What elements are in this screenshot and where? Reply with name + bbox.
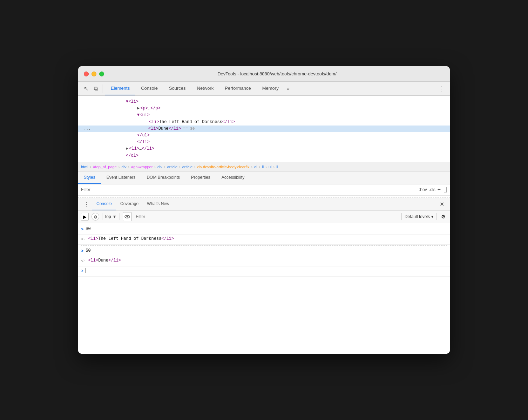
devtools-tab-list: Elements Console Sources Network Perform… bbox=[105, 82, 292, 95]
console-block-button[interactable]: ⊘ bbox=[92, 213, 99, 221]
console-levels-label: Default levels bbox=[405, 214, 430, 219]
console-context-label: top bbox=[105, 214, 111, 219]
tab-performance[interactable]: Performance bbox=[219, 82, 256, 95]
breadcrumb-li1[interactable]: li bbox=[262, 165, 264, 169]
tab-dom-breakpoints[interactable]: DOM Breakpoints bbox=[141, 172, 185, 184]
tab-accessibility[interactable]: Accessibility bbox=[216, 172, 250, 184]
console-output-arrow: <· bbox=[81, 236, 86, 244]
console-text: <li>The Left Hand of Darkness</li> bbox=[88, 235, 447, 243]
tab-event-listeners[interactable]: Event Listeners bbox=[101, 172, 141, 184]
breadcrumb-div1[interactable]: div bbox=[121, 165, 126, 169]
toolbar-divider4 bbox=[436, 213, 436, 220]
cursor-icon[interactable]: ↖ bbox=[81, 84, 91, 93]
tab-properties[interactable]: Properties bbox=[185, 172, 216, 184]
console-input-arrow: > bbox=[81, 226, 83, 234]
toolbar-divider bbox=[102, 213, 102, 220]
dom-line[interactable]: </ol> bbox=[78, 153, 450, 159]
styles-filter-row: :hov .cls + bbox=[78, 184, 450, 196]
tag-bracket: ▼ bbox=[126, 99, 128, 105]
bottom-drawer: ⋮ Console Coverage What's New ✕ ▶ ⊘ top … bbox=[78, 198, 450, 306]
console-output-arrow: <· bbox=[81, 258, 86, 265]
console-row[interactable]: > $0 bbox=[78, 246, 450, 257]
filter-actions: :hov .cls + bbox=[419, 187, 447, 193]
breadcrumb-html[interactable]: html bbox=[81, 165, 88, 169]
tab-memory[interactable]: Memory bbox=[257, 82, 284, 95]
styles-filter-input[interactable] bbox=[81, 187, 419, 192]
dom-line[interactable]: </ul> bbox=[78, 132, 450, 139]
dom-line[interactable]: ▼<ul> bbox=[78, 112, 450, 118]
drawer-tab-whats-new[interactable]: What's New bbox=[143, 198, 174, 210]
resize-handle[interactable] bbox=[444, 187, 447, 192]
breadcrumb-article1[interactable]: article bbox=[167, 165, 177, 169]
eye-icon bbox=[124, 214, 130, 219]
console-prompt-row[interactable]: > bbox=[78, 266, 450, 277]
console-prompt-text[interactable] bbox=[86, 267, 447, 275]
console-execute-button[interactable]: ▶ bbox=[81, 213, 89, 221]
breadcrumb-ol[interactable]: ol bbox=[254, 165, 257, 169]
breadcrumb-div2[interactable]: div bbox=[157, 165, 162, 169]
traffic-lights bbox=[84, 72, 104, 76]
devtools-tab-bar: ↖ ⧉ Elements Console Sources Network Per… bbox=[78, 82, 450, 96]
drawer-tab-console[interactable]: Console bbox=[92, 198, 116, 210]
chevron-down-icon: ▼ bbox=[113, 214, 117, 219]
tab-styles[interactable]: Styles bbox=[78, 172, 101, 184]
drawer-tab-coverage[interactable]: Coverage bbox=[116, 198, 143, 210]
minimize-button[interactable] bbox=[92, 72, 96, 76]
elements-panel: ▼<li> ▶<p>…</p> ▼<ul> <li>The Left Hand … bbox=[78, 96, 450, 354]
devtools-window: DevTools - localhost:8080/web/tools/chro… bbox=[78, 66, 450, 354]
drawer-close-button[interactable]: ✕ bbox=[437, 199, 447, 209]
dom-line[interactable]: <li>The Left Hand of Darkness</li> bbox=[78, 119, 450, 126]
breadcrumb-ul[interactable]: ul bbox=[269, 165, 272, 169]
console-eye-button[interactable] bbox=[123, 212, 132, 221]
tab-more[interactable]: » bbox=[284, 82, 292, 95]
console-prompt-arrow: > bbox=[81, 268, 83, 276]
console-cursor bbox=[86, 268, 86, 273]
console-text: $0 bbox=[86, 225, 447, 233]
plus-button[interactable]: + bbox=[438, 187, 441, 193]
dom-line[interactable]: ▼<li> bbox=[78, 99, 450, 105]
toolbar-divider3 bbox=[401, 213, 402, 220]
devtools-menu-button[interactable]: ⋮ bbox=[435, 83, 447, 94]
breadcrumb: html › #top_of_page › div › #gc-wrapper … bbox=[78, 162, 450, 172]
breadcrumb-article2[interactable]: article bbox=[182, 165, 192, 169]
window-title: DevTools - localhost:8080/web/tools/chro… bbox=[110, 71, 444, 76]
tab-console[interactable]: Console bbox=[135, 82, 163, 95]
expand-icon[interactable]: ▶ bbox=[137, 105, 140, 112]
maximize-button[interactable] bbox=[99, 72, 104, 76]
console-row[interactable]: > $0 bbox=[78, 225, 450, 235]
breadcrumb-li2[interactable]: li bbox=[276, 165, 278, 169]
title-bar: DevTools - localhost:8080/web/tools/chro… bbox=[78, 66, 450, 82]
close-button[interactable] bbox=[84, 72, 89, 76]
cls-button[interactable]: .cls bbox=[429, 187, 435, 192]
breadcrumb-gc-wrapper[interactable]: #gc-wrapper bbox=[131, 165, 153, 169]
styles-tab-bar: Styles Event Listeners DOM Breakpoints P… bbox=[78, 172, 450, 184]
chevron-down-icon2: ▾ bbox=[431, 214, 433, 219]
console-context-selector[interactable]: top ▼ bbox=[105, 214, 117, 219]
console-input-arrow: > bbox=[81, 248, 83, 256]
console-output: > $0 <· <li>The Left Hand of Darkness</l… bbox=[78, 223, 450, 306]
drawer-menu-button[interactable]: ⋮ bbox=[81, 199, 92, 209]
console-row[interactable]: <· <li>Dune</li> bbox=[78, 256, 450, 266]
console-filter-input[interactable] bbox=[135, 214, 399, 220]
console-text: <li>Dune</li> bbox=[88, 257, 447, 265]
dom-line[interactable]: ▶<p>…</p> bbox=[78, 105, 450, 112]
console-settings-button[interactable]: ⚙ bbox=[439, 213, 447, 221]
breadcrumb-top-of-page[interactable]: #top_of_page bbox=[93, 165, 116, 169]
dom-line[interactable]: ▶<li>…</li> bbox=[78, 145, 450, 152]
hov-button[interactable]: :hov bbox=[419, 187, 427, 192]
expand-icon[interactable]: ▶ bbox=[126, 145, 128, 152]
console-toolbar: ▶ ⊘ top ▼ Default levels bbox=[78, 211, 450, 223]
layer-icon[interactable]: ⧉ bbox=[91, 84, 101, 93]
dom-tree: ▼<li> ▶<p>…</p> ▼<ul> <li>The Left Hand … bbox=[78, 96, 450, 162]
tab-elements[interactable]: Elements bbox=[105, 82, 135, 95]
svg-point-1 bbox=[126, 216, 128, 218]
tab-network[interactable]: Network bbox=[191, 82, 219, 95]
console-levels-selector[interactable]: Default levels ▾ bbox=[405, 214, 433, 219]
console-row[interactable]: <· <li>The Left Hand of Darkness</li> bbox=[78, 235, 450, 245]
dom-line[interactable]: </li> bbox=[78, 139, 450, 145]
breadcrumb-div-devsite[interactable]: div.devsite-article-body.clearfix bbox=[197, 165, 250, 169]
dom0-marker: == $0 bbox=[183, 126, 195, 132]
tab-sources[interactable]: Sources bbox=[163, 82, 191, 95]
console-text: $0 bbox=[86, 247, 447, 255]
dom-line-selected[interactable]: ... <li>Dune</li> == $0 bbox=[78, 126, 450, 132]
